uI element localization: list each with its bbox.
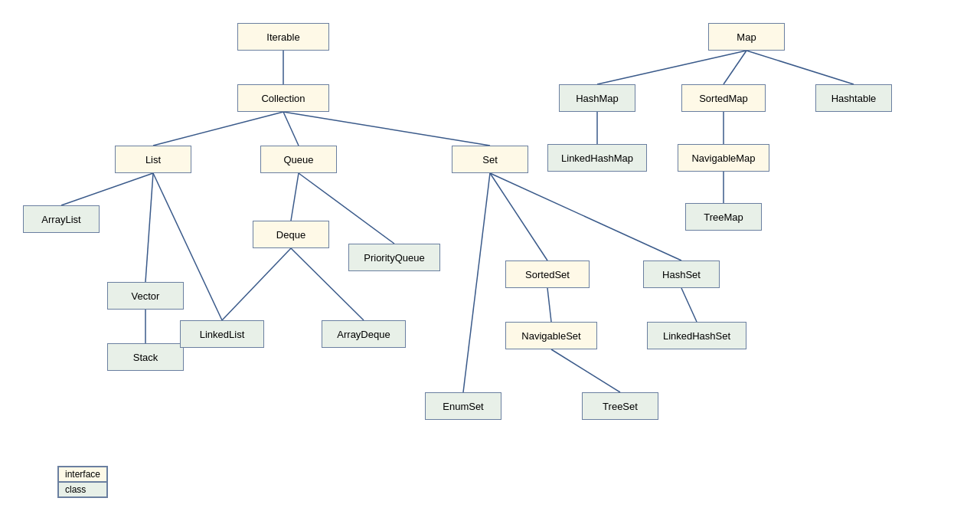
node-linkedhashmap: LinkedHashMap <box>547 144 647 172</box>
svg-line-15 <box>547 288 551 322</box>
node-treemap: TreeMap <box>685 203 762 231</box>
legend-interface: interface <box>58 467 107 482</box>
node-hashmap: HashMap <box>559 84 635 112</box>
node-treeset: TreeSet <box>582 392 658 420</box>
node-queue: Queue <box>260 146 337 173</box>
node-deque: Deque <box>253 221 329 248</box>
node-hashset: HashSet <box>643 260 720 288</box>
svg-line-8 <box>291 173 299 221</box>
svg-line-14 <box>463 173 490 392</box>
svg-line-5 <box>145 173 153 282</box>
svg-line-18 <box>597 51 746 84</box>
node-hashtable: Hashtable <box>815 84 892 112</box>
legend: interfaceclass <box>57 466 108 498</box>
svg-line-20 <box>746 51 854 84</box>
node-navigableset: NavigableSet <box>505 322 597 349</box>
node-enumset: EnumSet <box>425 392 501 420</box>
svg-line-13 <box>490 173 681 260</box>
node-navigablemap: NavigableMap <box>678 144 769 172</box>
svg-line-17 <box>551 349 620 392</box>
node-priorityqueue: PriorityQueue <box>348 244 440 271</box>
node-arraylist: ArrayList <box>23 205 100 233</box>
node-iterable: Iterable <box>237 23 329 51</box>
connection-lines <box>0 0 980 521</box>
svg-line-16 <box>681 288 697 322</box>
node-arraydeque: ArrayDeque <box>322 320 406 348</box>
node-sortedset: SortedSet <box>505 260 590 288</box>
svg-line-12 <box>490 173 547 260</box>
svg-line-19 <box>724 51 746 84</box>
node-sortedmap: SortedMap <box>681 84 766 112</box>
node-collection: Collection <box>237 84 329 112</box>
svg-line-1 <box>153 112 283 146</box>
node-stack: Stack <box>107 343 184 371</box>
svg-line-2 <box>283 112 299 146</box>
node-set: Set <box>452 146 528 173</box>
node-linkedhashset: LinkedHashSet <box>647 322 746 349</box>
node-vector: Vector <box>107 282 184 310</box>
node-list: List <box>115 146 191 173</box>
svg-line-4 <box>61 173 153 205</box>
legend-class: class <box>58 482 107 497</box>
svg-line-10 <box>222 248 291 320</box>
node-map: Map <box>708 23 785 51</box>
svg-line-3 <box>283 112 490 146</box>
node-linkedlist: LinkedList <box>180 320 264 348</box>
diagram: IterableCollectionListQueueSetArrayListV… <box>0 0 980 521</box>
